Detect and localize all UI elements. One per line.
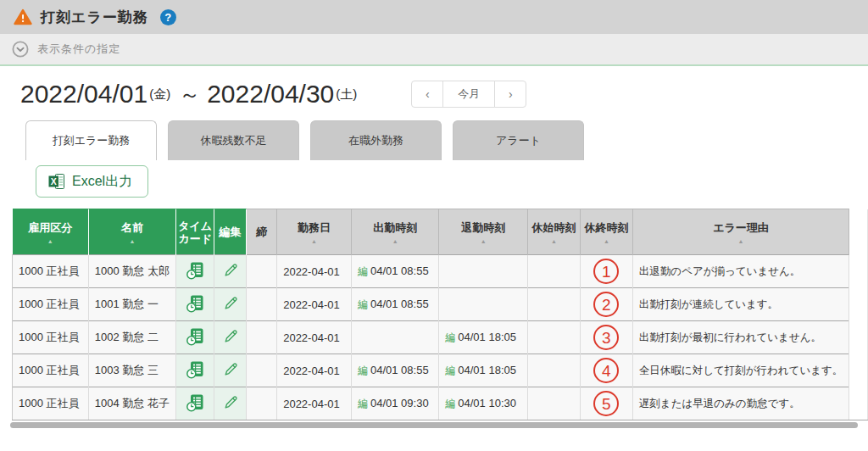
clock-in-cell: 編04/01 09:30: [351, 387, 438, 420]
tab-alert[interactable]: アラート: [453, 120, 584, 160]
table-header-row: 雇用区分 ▲ 名前 ▲ タイム カード 編集 締 勤務日: [13, 209, 868, 255]
clock-out-cell: 編04/01 18:05: [439, 321, 528, 354]
name-cell: 1001 勤怠 一: [88, 288, 175, 321]
help-icon[interactable]: ?: [160, 9, 176, 25]
current-month-button[interactable]: 今月: [442, 81, 495, 108]
timecard-cell: [175, 288, 214, 321]
break-start-cell: [528, 354, 581, 387]
col-closing: 締: [246, 209, 276, 255]
col-break-start[interactable]: 休始時刻 ▲: [528, 209, 581, 255]
col-timecard: タイム カード: [175, 209, 214, 255]
col-employment-type[interactable]: 雇用区分 ▲: [13, 209, 89, 255]
clock-in-cell: [351, 321, 438, 354]
toolbar: X Excel出力: [36, 165, 868, 198]
date-range-row: 2022/04/01 (金) ～ 2022/04/30 (土) ‹ 今月 ›: [20, 80, 868, 109]
chevron-down-circle-icon[interactable]: [12, 41, 29, 58]
timecard-icon[interactable]: [186, 360, 205, 379]
filler-cell: [849, 387, 868, 420]
sort-asc-icon[interactable]: ▲: [439, 238, 527, 244]
clock-in-cell: 編04/01 08:55: [351, 288, 438, 321]
edited-badge: 編: [445, 365, 455, 376]
timecard-cell: [175, 387, 214, 420]
edit-cell: [214, 321, 246, 354]
edit-pencil-icon[interactable]: [222, 361, 239, 378]
sort-asc-icon[interactable]: ▲: [528, 238, 580, 244]
error-reason-cell: 出勤打刻が連続しています。: [632, 288, 849, 321]
excel-export-button[interactable]: X Excel出力: [36, 165, 148, 198]
work-date-cell: 2022-04-01: [277, 321, 352, 354]
break-end-cell: 4: [580, 354, 632, 387]
clock-in-cell: 編04/01 08:55: [351, 354, 438, 387]
closing-cell: [246, 321, 276, 354]
break-end-cell: 5: [580, 387, 632, 420]
tab-bar: 打刻エラー勤務 休暇残数不足 在職外勤務 アラート: [25, 120, 868, 160]
table-row: 1000 正社員 1000 勤怠 太郎: [13, 255, 868, 288]
edit-pencil-icon[interactable]: [222, 262, 239, 279]
col-break-end[interactable]: 休終時刻 ▲: [580, 209, 632, 255]
annotation-number: 5: [593, 391, 619, 416]
timecard-icon[interactable]: [186, 327, 205, 346]
edit-cell: [214, 255, 246, 288]
timecard-icon[interactable]: [186, 393, 205, 412]
filler-cell: [849, 288, 868, 321]
tab-outside-employment[interactable]: 在職外勤務: [310, 120, 442, 160]
clock-out-cell: [439, 255, 528, 288]
error-reason-cell: 遅刻または早退のみの勤怠です。: [632, 387, 849, 420]
annotation-number: 2: [593, 292, 619, 317]
svg-text:X: X: [51, 176, 57, 187]
tab-leave-shortage[interactable]: 休暇残数不足: [168, 120, 299, 160]
sort-asc-icon[interactable]: ▲: [89, 238, 175, 244]
table-row: 1000 正社員 1003 勤怠 三: [13, 354, 868, 387]
timecard-cell: [175, 255, 214, 288]
edit-pencil-icon[interactable]: [222, 328, 239, 345]
tab-stamp-error[interactable]: 打刻エラー勤務: [25, 120, 157, 160]
next-month-button[interactable]: ›: [494, 81, 526, 108]
horizontal-scrollbar[interactable]: [10, 422, 858, 428]
employment-type-cell: 1000 正社員: [13, 354, 89, 387]
edit-pencil-icon[interactable]: [222, 394, 239, 411]
employment-type-cell: 1000 正社員: [13, 255, 89, 288]
edited-badge: 編: [358, 265, 368, 277]
edited-badge: 編: [445, 331, 455, 343]
edit-pencil-icon[interactable]: [222, 295, 239, 312]
work-date-cell: 2022-04-01: [277, 387, 352, 420]
warning-icon: [14, 8, 32, 25]
prev-month-button[interactable]: ‹: [411, 81, 443, 108]
name-cell: 1002 勤怠 二: [88, 321, 175, 354]
filter-conditions-label: 表示条件の指定: [37, 42, 120, 57]
error-reason-cell: 全日休暇に対して打刻が行われています。: [632, 354, 849, 387]
timecard-icon[interactable]: [186, 261, 205, 280]
edited-badge: 編: [358, 398, 368, 409]
employment-type-cell: 1000 正社員: [13, 288, 89, 321]
filler-cell: [849, 255, 868, 288]
col-clock-out[interactable]: 退勤時刻 ▲: [439, 209, 528, 255]
edited-badge: 編: [445, 398, 455, 409]
col-filler: [849, 209, 868, 255]
error-reason-cell: 出退勤のペアが揃っていません。: [632, 255, 849, 288]
name-cell: 1000 勤怠 太郎: [88, 255, 175, 288]
edited-badge: 編: [358, 365, 368, 376]
annotation-number: 3: [593, 325, 619, 350]
col-edit: 編集: [214, 209, 246, 255]
timecard-cell: [175, 321, 214, 354]
date-range-separator: ～: [179, 81, 200, 109]
closing-cell: [246, 387, 276, 420]
filter-conditions-bar[interactable]: 表示条件の指定: [0, 34, 868, 66]
sort-asc-icon[interactable]: ▲: [352, 238, 438, 244]
sort-asc-icon[interactable]: ▲: [13, 238, 88, 244]
sort-asc-icon[interactable]: ▲: [581, 238, 632, 244]
col-clock-in[interactable]: 出勤時刻 ▲: [351, 209, 438, 255]
filler-cell: [849, 321, 868, 354]
edit-cell: [214, 288, 246, 321]
name-cell: 1004 勤怠 花子: [88, 387, 175, 420]
annotation-number: 1: [593, 259, 619, 284]
sort-asc-icon[interactable]: ▲: [633, 238, 849, 244]
sort-asc-icon[interactable]: ▲: [277, 238, 351, 244]
timecard-icon[interactable]: [186, 294, 205, 313]
col-work-date[interactable]: 勤務日 ▲: [277, 209, 352, 255]
col-error-reason[interactable]: エラー理由 ▲: [632, 209, 849, 255]
start-date: 2022/04/01: [20, 80, 147, 109]
break-end-cell: 2: [580, 288, 632, 321]
col-name[interactable]: 名前 ▲: [88, 209, 175, 255]
closing-cell: [246, 288, 276, 321]
